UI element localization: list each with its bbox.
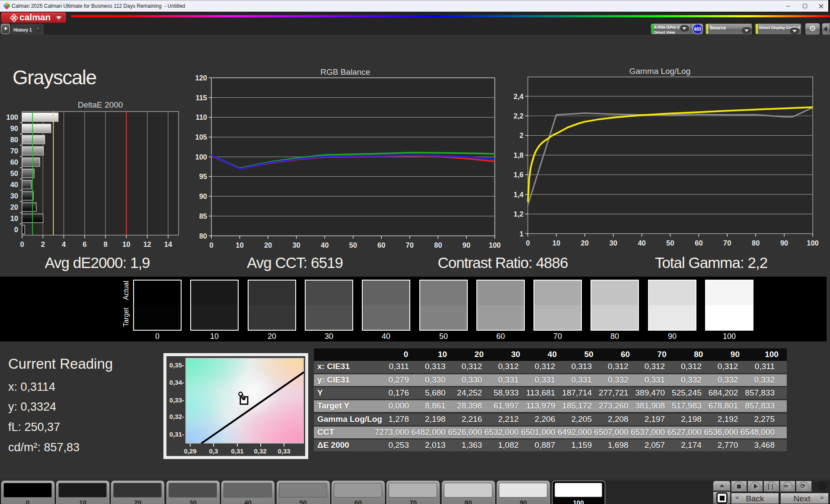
svg-text:60: 60	[10, 158, 18, 166]
svg-text:30: 30	[10, 192, 18, 200]
svg-text:80: 80	[752, 239, 760, 247]
svg-text:0: 0	[20, 240, 24, 248]
svg-text:80: 80	[434, 241, 442, 249]
svg-text:110: 110	[195, 113, 207, 121]
svg-text:80: 80	[199, 232, 207, 240]
svg-text:40: 40	[638, 239, 645, 247]
svg-text:8: 8	[104, 240, 108, 248]
svg-text:0: 0	[14, 226, 18, 233]
svg-text:12: 12	[143, 240, 151, 248]
svg-text:115: 115	[195, 94, 207, 102]
svg-text:100: 100	[195, 153, 207, 161]
svg-text:100: 100	[6, 113, 18, 121]
svg-text:1,4: 1,4	[514, 191, 524, 198]
svg-text:20: 20	[581, 239, 589, 247]
svg-text:0: 0	[209, 241, 213, 249]
svg-text:10: 10	[552, 239, 560, 247]
svg-text:90: 90	[199, 192, 207, 200]
svg-text:100: 100	[807, 239, 819, 247]
svg-text:50: 50	[10, 169, 18, 177]
svg-text:DeltaE 2000: DeltaE 2000	[78, 100, 123, 109]
svg-text:90: 90	[780, 239, 788, 247]
svg-text:10: 10	[10, 214, 18, 222]
svg-text:2: 2	[520, 131, 524, 139]
svg-text:6: 6	[83, 240, 86, 248]
svg-text:1,8: 1,8	[514, 151, 524, 159]
svg-text:90: 90	[10, 124, 18, 132]
svg-text:1: 1	[520, 230, 524, 238]
svg-text:30: 30	[292, 241, 300, 249]
svg-text:120: 120	[195, 74, 207, 82]
svg-text:0: 0	[526, 239, 530, 247]
svg-text:70: 70	[723, 239, 731, 247]
svg-text:10: 10	[236, 241, 243, 249]
svg-text:85: 85	[199, 212, 207, 220]
svg-text:20: 20	[264, 241, 272, 249]
svg-text:90: 90	[463, 241, 470, 249]
svg-text:4: 4	[62, 240, 66, 248]
svg-text:100: 100	[489, 241, 501, 249]
svg-text:50: 50	[666, 239, 674, 247]
svg-text:50: 50	[349, 241, 357, 249]
svg-text:80: 80	[10, 136, 18, 144]
svg-text:70: 70	[10, 147, 18, 155]
svg-text:30: 30	[610, 239, 617, 247]
svg-text:40: 40	[10, 181, 18, 188]
svg-text:2,2: 2,2	[514, 112, 524, 120]
svg-text:RGB Balance: RGB Balance	[320, 67, 370, 77]
svg-text:40: 40	[321, 241, 329, 249]
svg-text:20: 20	[10, 203, 18, 211]
svg-text:70: 70	[406, 241, 414, 249]
svg-text:1,6: 1,6	[514, 171, 524, 179]
svg-text:60: 60	[377, 241, 385, 249]
svg-text:105: 105	[195, 133, 207, 141]
svg-text:10: 10	[122, 240, 130, 248]
svg-text:Gamma Log/Log: Gamma Log/Log	[629, 67, 691, 76]
svg-text:2,4: 2,4	[514, 93, 524, 100]
svg-text:60: 60	[695, 239, 702, 247]
svg-text:1,2: 1,2	[514, 210, 524, 218]
svg-text:14: 14	[164, 240, 172, 248]
svg-text:2: 2	[41, 240, 45, 248]
svg-text:95: 95	[199, 172, 207, 180]
